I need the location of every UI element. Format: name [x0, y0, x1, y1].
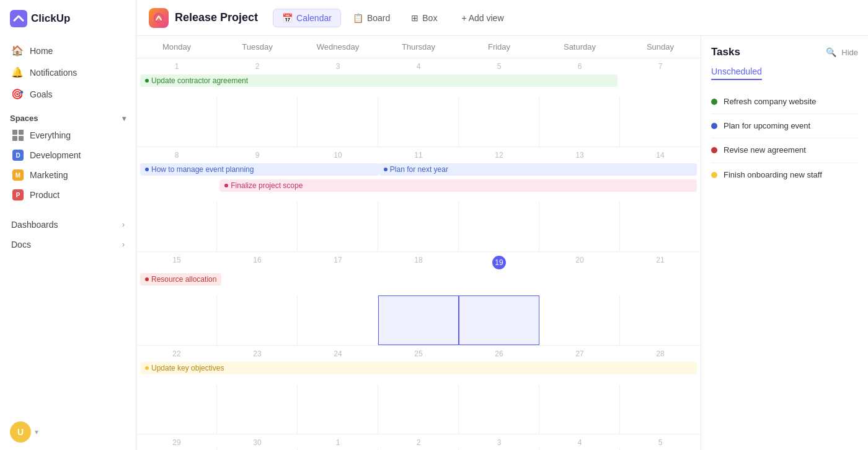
week-3-cell-1[interactable] [217, 295, 298, 345]
task-label-revise: Revise new agreement [724, 145, 806, 156]
tasks-header-actions: 🔍 Hide [826, 47, 858, 57]
event-plan-next-year[interactable]: Plan for next year [379, 163, 697, 178]
day-header-fri: Friday [459, 36, 539, 58]
day-header-sat: Saturday [539, 36, 620, 58]
tasks-hide-button[interactable]: Hide [841, 48, 858, 57]
week-2-events: How to manage event planning Plan for ne… [136, 161, 701, 202]
sidebar: ClickUp 🏠 Home 🔔 Notifications 🎯 Goals S… [0, 0, 136, 450]
event-update-contractor[interactable]: Update contractor agreement [140, 74, 618, 89]
top-nav: 🏠 Home 🔔 Notifications 🎯 Goals [0, 37, 136, 107]
sidebar-item-goals[interactable]: 🎯 Goals [5, 83, 131, 105]
task-item-revise[interactable]: Revise new agreement [711, 138, 858, 163]
sidebar-item-dashboards[interactable]: Dashboards › [5, 215, 131, 235]
week-3-cell-2[interactable] [298, 295, 378, 345]
task-item-plan[interactable]: Plan for upcoming event [711, 114, 858, 138]
event-how-to-manage[interactable]: How to manage event planning [140, 163, 379, 178]
task-item-refresh[interactable]: Refresh company website [711, 90, 858, 114]
week-3-cell-5[interactable] [539, 295, 620, 345]
week-4-cell-2[interactable] [298, 384, 378, 434]
week-1-cell-2[interactable] [298, 97, 378, 146]
week-2-cell-0[interactable] [136, 202, 217, 251]
event-dot [145, 277, 149, 281]
day-header-mon: Monday [136, 36, 217, 58]
week-2-cell-1[interactable] [217, 202, 298, 251]
view-tabs: 📅 Calendar 📋 Board ⊞ Box + Add view [273, 9, 511, 27]
day-num-12: 12 [459, 147, 539, 161]
week-3-events: Resource allocation [136, 271, 701, 295]
week-3-numbers: 15 16 17 18 19 20 21 [136, 252, 701, 271]
week-4: 22 23 24 25 26 27 28 Update key objectiv… [136, 346, 701, 434]
tab-board[interactable]: 📋 Board [343, 9, 399, 27]
event-update-key-objectives[interactable]: Update key objectives [140, 362, 697, 376]
everything-label: Everything [30, 130, 71, 140]
week-4-cell-6[interactable] [620, 384, 701, 434]
sidebar-item-product[interactable]: P Product [2, 185, 133, 205]
docs-chevron-icon: › [122, 240, 125, 249]
week-2-cell-3[interactable] [378, 202, 459, 251]
week-3-cell-0[interactable] [136, 295, 217, 345]
box-tab-icon: ⊞ [411, 13, 418, 23]
calendar-area: Monday Tuesday Wednesday Thursday Friday… [136, 36, 868, 450]
week-2: 8 9 10 11 12 13 14 How to manage event p… [136, 147, 701, 252]
tab-box[interactable]: ⊞ Box [402, 9, 446, 27]
task-label-onboard: Finish onboarding new staff [724, 169, 822, 181]
week-1-cell-1[interactable] [217, 97, 298, 146]
sidebar-item-development[interactable]: D Development [2, 145, 133, 165]
app-logo[interactable]: ClickUp [0, 0, 136, 37]
event-dot [145, 366, 149, 370]
week-4-cell-5[interactable] [539, 384, 620, 434]
event-label: Finalize project scope [231, 181, 303, 190]
week-1-cell-5[interactable] [539, 97, 620, 146]
week-1-cell-6[interactable] [620, 97, 701, 146]
day-header-sun: Sunday [620, 36, 701, 58]
week-1-cell-3[interactable] [378, 97, 459, 146]
week-4-cell-3[interactable] [378, 384, 459, 434]
week-4-cell-1[interactable] [217, 384, 298, 434]
task-dot-refresh [711, 99, 717, 105]
week-3-cell-3-selected[interactable] [378, 295, 459, 345]
event-resource-allocation[interactable]: Resource allocation [140, 273, 221, 287]
day-num-33: 3 [459, 434, 539, 448]
tasks-panel: Tasks 🔍 Hide Unscheduled Refresh company… [701, 36, 868, 450]
day-num-27: 27 [539, 346, 620, 359]
week-3-cell-6[interactable] [620, 295, 701, 345]
day-header-tue: Tuesday [217, 36, 298, 58]
task-item-onboard[interactable]: Finish onboarding new staff [711, 163, 858, 187]
week-4-events: Update key objectives [136, 359, 701, 384]
sidebar-item-notifications[interactable]: 🔔 Notifications [5, 61, 131, 83]
day-num-1: 1 [136, 58, 217, 72]
tasks-unscheduled-tab[interactable]: Unscheduled [711, 66, 762, 80]
event-dot [224, 184, 228, 187]
grid-icon [12, 130, 24, 141]
week-3-cell-4-selected[interactable] [459, 295, 539, 345]
docs-label: Docs [11, 240, 31, 250]
event-finalize-project[interactable]: Finalize project scope [219, 179, 697, 194]
sidebar-item-home[interactable]: 🏠 Home [5, 40, 131, 61]
event-label: Update contractor agreement [151, 76, 248, 85]
svg-rect-0 [10, 10, 27, 27]
tasks-panel-title: Tasks [711, 46, 740, 58]
spaces-section-header[interactable]: Spaces ▾ [0, 107, 136, 125]
week-1-events: Update contractor agreement [136, 72, 701, 97]
week-2-cell-2[interactable] [298, 202, 378, 251]
sidebar-bottom: Dashboards › Docs › [0, 210, 136, 259]
sidebar-item-marketing[interactable]: M Marketing [2, 165, 133, 185]
day-num-26: 26 [459, 346, 539, 359]
day-num-16: 16 [217, 252, 298, 271]
user-avatar[interactable]: U ▾ [0, 414, 136, 450]
spaces-chevron-icon: ▾ [122, 114, 126, 123]
week-4-cell-0[interactable] [136, 384, 217, 434]
tab-calendar[interactable]: 📅 Calendar [273, 9, 341, 27]
search-icon[interactable]: 🔍 [826, 47, 836, 57]
week-2-cell-5[interactable] [539, 202, 620, 251]
week-1-cell-0[interactable] [136, 97, 217, 146]
sidebar-item-everything[interactable]: Everything [2, 125, 133, 145]
sidebar-item-docs[interactable]: Docs › [5, 235, 131, 254]
week-2-cell-4[interactable] [459, 202, 539, 251]
week-1-cell-4[interactable] [459, 97, 539, 146]
day-num-20: 20 [539, 252, 620, 271]
week-4-cell-4[interactable] [459, 384, 539, 434]
week-2-cell-6[interactable] [620, 202, 701, 251]
day-num-19: 19 [459, 252, 539, 271]
add-view-button[interactable]: + Add view [454, 9, 511, 27]
